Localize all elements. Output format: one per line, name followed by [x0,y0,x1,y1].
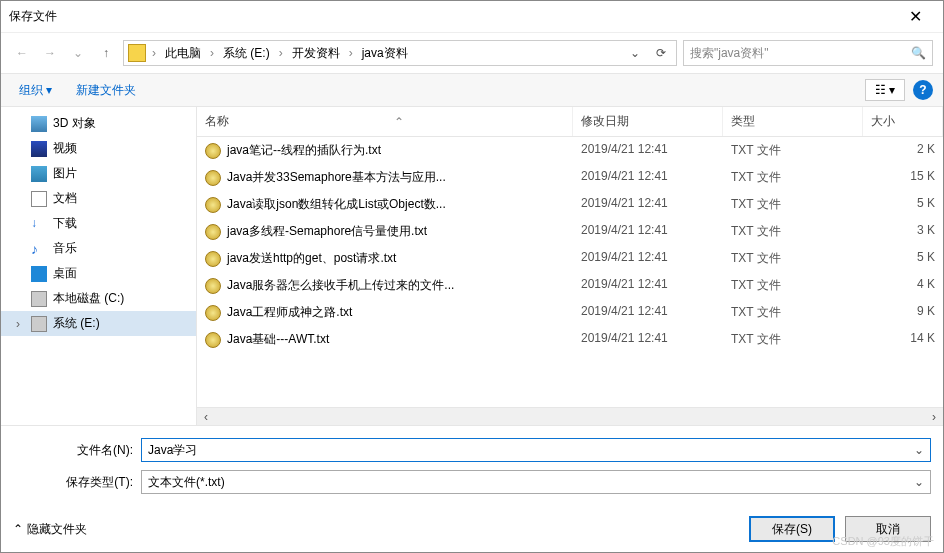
crumb-drive[interactable]: 系统 (E:) [220,45,273,62]
file-type: TXT 文件 [723,194,863,215]
sidebar-item[interactable]: 本地磁盘 (C:) [1,286,196,311]
col-date[interactable]: 修改日期 [573,107,723,136]
file-date: 2019/4/21 12:41 [573,329,723,350]
file-type: TXT 文件 [723,329,863,350]
file-icon [205,332,221,348]
file-type: TXT 文件 [723,248,863,269]
ic-desk-icon [31,266,47,282]
file-date: 2019/4/21 12:41 [573,248,723,269]
sort-indicator-icon: ⌃ [233,115,564,129]
close-icon[interactable]: ✕ [895,7,935,26]
ic-dl-icon [31,216,47,232]
file-icon [205,305,221,321]
ic-pic-icon [31,166,47,182]
file-list[interactable]: java笔记--线程的插队行为.txt2019/4/21 12:41TXT 文件… [197,137,943,407]
sidebar-item[interactable]: 文档 [1,186,196,211]
file-type: TXT 文件 [723,221,863,242]
col-size[interactable]: 大小 [863,107,943,136]
crumb-folder2[interactable]: java资料 [359,45,411,62]
titlebar: 保存文件 ✕ [1,1,943,33]
file-name: Java服务器怎么接收手机上传过来的文件... [227,277,454,294]
file-size: 14 K [863,329,943,350]
chevron-up-icon: ⌃ [13,522,23,536]
ic-music-icon [31,241,47,257]
filetype-select[interactable]: 文本文件(*.txt) ⌄ [141,470,931,494]
file-panel: 名称⌃ 修改日期 类型 大小 java笔记--线程的插队行为.txt2019/4… [197,107,943,425]
expander-icon[interactable]: › [13,317,23,331]
sidebar-item[interactable]: 下载 [1,211,196,236]
file-size: 15 K [863,167,943,188]
sidebar-item-label: 桌面 [53,265,77,282]
file-row[interactable]: java发送http的get、post请求.txt2019/4/21 12:41… [197,245,943,272]
chevron-down-icon[interactable]: ⌄ [914,443,924,457]
col-name[interactable]: 名称⌃ [197,107,573,136]
file-date: 2019/4/21 12:41 [573,140,723,161]
refresh-icon[interactable]: ⟳ [650,46,672,60]
col-type[interactable]: 类型 [723,107,863,136]
search-input[interactable]: 搜索"java资料" 🔍 [683,40,933,66]
organize-button[interactable]: 组织▾ [11,78,60,103]
ic-disk-icon [31,316,47,332]
crumb-folder1[interactable]: 开发资料 [289,45,343,62]
scroll-left-icon[interactable]: ‹ [197,410,215,424]
file-row[interactable]: Java读取json数组转化成List或Object数...2019/4/21 … [197,191,943,218]
file-size: 5 K [863,248,943,269]
recent-dropdown-icon[interactable]: ⌄ [67,42,89,64]
sidebar-item[interactable]: 视频 [1,136,196,161]
sidebar-item-label: 3D 对象 [53,115,96,132]
file-icon [205,278,221,294]
up-icon[interactable]: ↑ [95,42,117,64]
sidebar-item-label: 下载 [53,215,77,232]
sidebar-item-label: 本地磁盘 (C:) [53,290,124,307]
sidebar-item[interactable]: 桌面 [1,261,196,286]
sidebar-item[interactable]: ›系统 (E:) [1,311,196,336]
file-type: TXT 文件 [723,140,863,161]
help-icon[interactable]: ? [913,80,933,100]
file-name: java笔记--线程的插队行为.txt [227,142,381,159]
filename-input[interactable]: Java学习 ⌄ [141,438,931,462]
crumb-pc[interactable]: 此电脑 [162,45,204,62]
file-row[interactable]: Java并发33Semaphore基本方法与应用...2019/4/21 12:… [197,164,943,191]
search-icon[interactable]: 🔍 [911,46,926,60]
hide-folders-toggle[interactable]: ⌃隐藏文件夹 [13,521,87,538]
file-row[interactable]: Java工程师成神之路.txt2019/4/21 12:41TXT 文件9 K [197,299,943,326]
file-icon [205,251,221,267]
file-date: 2019/4/21 12:41 [573,275,723,296]
chevron-right-icon[interactable]: › [150,46,158,60]
chevron-right-icon[interactable]: › [208,46,216,60]
chevron-down-icon[interactable]: ⌄ [914,475,924,489]
cancel-button[interactable]: 取消 [845,516,931,542]
sidebar-item[interactable]: 3D 对象 [1,111,196,136]
forward-icon[interactable]: → [39,42,61,64]
new-folder-button[interactable]: 新建文件夹 [68,78,144,103]
horizontal-scrollbar[interactable]: ‹ › [197,407,943,425]
file-name: Java并发33Semaphore基本方法与应用... [227,169,446,186]
chevron-right-icon[interactable]: › [277,46,285,60]
file-size: 5 K [863,194,943,215]
nav-bar: ← → ⌄ ↑ › 此电脑 › 系统 (E:) › 开发资料 › java资料 … [1,33,943,73]
filename-label: 文件名(N): [13,442,133,459]
footer: ⌃隐藏文件夹 保存(S) 取消 [1,508,943,552]
sidebar-item[interactable]: 音乐 [1,236,196,261]
breadcrumb-dropdown-icon[interactable]: ⌄ [624,46,646,60]
file-date: 2019/4/21 12:41 [573,167,723,188]
back-icon[interactable]: ← [11,42,33,64]
file-date: 2019/4/21 12:41 [573,221,723,242]
file-name: Java读取json数组转化成List或Object数... [227,196,446,213]
scroll-right-icon[interactable]: › [925,410,943,424]
file-row[interactable]: Java服务器怎么接收手机上传过来的文件...2019/4/21 12:41TX… [197,272,943,299]
file-row[interactable]: java笔记--线程的插队行为.txt2019/4/21 12:41TXT 文件… [197,137,943,164]
breadcrumb[interactable]: › 此电脑 › 系统 (E:) › 开发资料 › java资料 ⌄ ⟳ [123,40,677,66]
file-name: Java工程师成神之路.txt [227,304,352,321]
file-row[interactable]: Java基础---AWT.txt2019/4/21 12:41TXT 文件14 … [197,326,943,353]
file-row[interactable]: java多线程-Semaphore信号量使用.txt2019/4/21 12:4… [197,218,943,245]
save-button[interactable]: 保存(S) [749,516,835,542]
sidebar-item-label: 视频 [53,140,77,157]
file-type: TXT 文件 [723,275,863,296]
sidebar-item[interactable]: 图片 [1,161,196,186]
chevron-right-icon[interactable]: › [347,46,355,60]
file-icon [205,143,221,159]
sidebar-item-label: 图片 [53,165,77,182]
view-mode-button[interactable]: ☷ ▾ [865,79,905,101]
chevron-down-icon: ▾ [46,83,52,97]
